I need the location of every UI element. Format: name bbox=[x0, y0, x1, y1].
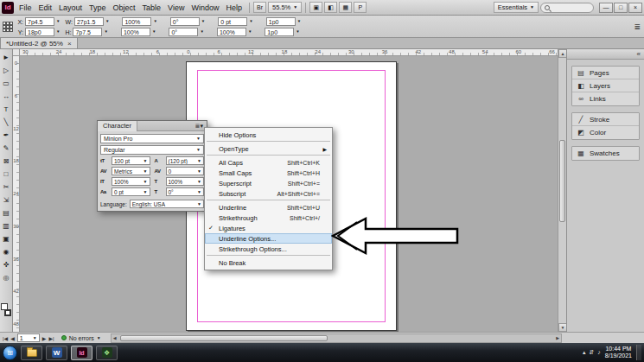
free-transform-tool[interactable]: ⇲ bbox=[1, 194, 12, 206]
control-field-value[interactable]: 27p1.5 bbox=[74, 17, 104, 26]
character-panel-tab[interactable]: Character bbox=[98, 121, 137, 131]
control-field-value[interactable]: 0 pt bbox=[218, 17, 247, 26]
control-field-value[interactable]: 7p4.5 bbox=[25, 17, 54, 26]
close-tab-icon[interactable]: × bbox=[67, 40, 72, 48]
menu[interactable]: Type bbox=[86, 2, 110, 14]
menu[interactable]: Window bbox=[188, 2, 222, 14]
start-button[interactable]: ⊞ bbox=[3, 346, 17, 360]
gap-tool[interactable]: ↔ bbox=[1, 90, 12, 103]
hidden-icons-chevron[interactable]: ▴ bbox=[583, 349, 586, 356]
horizontal-scroll-thumb[interactable] bbox=[120, 335, 328, 341]
zoom-tool[interactable]: ◎ bbox=[1, 271, 12, 284]
vertical-scrollbar[interactable]: ▲ ▼ bbox=[558, 49, 566, 332]
chevron-down-icon[interactable]: ▼ bbox=[249, 20, 252, 24]
panel-stroke[interactable]: ╱ Stroke bbox=[572, 113, 639, 126]
chevron-down-icon[interactable]: ▼ bbox=[56, 30, 60, 35]
scroll-left-icon[interactable]: ◀ bbox=[113, 335, 117, 340]
volume-icon[interactable]: ♪ bbox=[597, 349, 601, 356]
control-field-value[interactable]: 0° bbox=[169, 28, 198, 36]
pen-tool[interactable]: ✒ bbox=[1, 129, 12, 142]
previous-page-button[interactable]: ◀ bbox=[10, 335, 15, 341]
chevron-down-icon[interactable]: ▼ bbox=[248, 30, 252, 35]
panel-links[interactable]: ∞ Links bbox=[572, 92, 639, 105]
vertical-scroll-thumb[interactable] bbox=[559, 140, 565, 222]
scissors-tool[interactable]: ✂ bbox=[1, 181, 12, 194]
next-page-button[interactable]: ▶ bbox=[42, 335, 47, 341]
font-family-select[interactable]: Minion Pro ▼ bbox=[100, 134, 204, 143]
language-select[interactable]: English: USA ▼ bbox=[130, 200, 204, 208]
selection-tool[interactable]: ► bbox=[1, 51, 12, 64]
arrange-documents-icon[interactable]: ▦ bbox=[339, 2, 352, 13]
menu-item-all-caps[interactable]: All Caps Shift+Ctrl+K bbox=[205, 157, 332, 168]
character-field-value[interactable]: 0 ▼ bbox=[166, 167, 205, 175]
menu-item-underline[interactable]: Underline Shift+Ctrl+U bbox=[205, 202, 332, 213]
menu-item-subscript[interactable]: Subscript Alt+Shift+Ctrl+= bbox=[205, 188, 332, 199]
fill-stroke-swatches[interactable] bbox=[1, 303, 11, 316]
menu-item-underline-options[interactable]: Underline Options... bbox=[205, 233, 332, 244]
search-input[interactable] bbox=[540, 3, 594, 13]
hand-tool[interactable]: ✜ bbox=[1, 258, 12, 271]
menu-item-small-caps[interactable]: Small Caps Shift+Ctrl+H bbox=[205, 168, 332, 178]
taskbar-clock[interactable]: 10:44 PM 8/19/2021 bbox=[605, 346, 632, 359]
horizontal-ruler[interactable]: 3024181260612182430364248546066 bbox=[20, 49, 558, 56]
menu-item-superscript[interactable]: Superscript Shift+Ctrl+= bbox=[205, 178, 332, 188]
control-field-value[interactable]: 100% bbox=[121, 28, 150, 36]
menu[interactable]: File bbox=[16, 2, 35, 14]
expand-panels-icon[interactable]: « bbox=[637, 50, 641, 58]
menu-item-strikethrough-options[interactable]: Strikethrough Options... bbox=[205, 244, 332, 254]
panel-swatches[interactable]: ▦ Swatches bbox=[572, 147, 639, 160]
stroke-swatch[interactable] bbox=[4, 309, 11, 316]
direct-selection-tool[interactable]: ▷ bbox=[1, 64, 12, 77]
character-field-value[interactable]: (120 pt) ▼ bbox=[166, 156, 205, 165]
control-field-value[interactable]: 0° bbox=[170, 17, 200, 26]
screen-mode-icon[interactable]: ◧ bbox=[324, 2, 337, 13]
view-options-icon[interactable]: ▣ bbox=[309, 2, 322, 13]
network-icon[interactable]: ⇵ bbox=[589, 349, 594, 356]
show-desktop-button[interactable] bbox=[636, 345, 641, 360]
control-field-value[interactable]: 1p0 bbox=[266, 17, 296, 26]
panel-layers[interactable]: ◧ Layers bbox=[572, 79, 639, 92]
page-tool[interactable]: ▭ bbox=[1, 77, 12, 90]
menu-item-hide-options[interactable]: Hide Options bbox=[205, 130, 332, 140]
menu-item-strikethrough[interactable]: Strikethrough Shift+Ctrl+/ bbox=[205, 213, 332, 223]
horizontal-scrollbar[interactable]: ◀ ▶ bbox=[111, 333, 562, 343]
panel-pages[interactable]: ▤ Pages bbox=[572, 67, 639, 79]
taskbar-app-icon[interactable]: ❖ bbox=[96, 346, 118, 360]
close-button[interactable]: × bbox=[628, 3, 642, 13]
first-page-button[interactable]: |◀ bbox=[3, 335, 8, 341]
control-field-value[interactable]: 7p7.5 bbox=[73, 28, 102, 36]
bridge-icon[interactable]: Br bbox=[253, 2, 266, 13]
font-style-select[interactable]: Regular ▼ bbox=[100, 145, 204, 155]
menu[interactable]: Layout bbox=[55, 2, 86, 14]
note-tool[interactable]: ▣ bbox=[1, 232, 12, 245]
taskbar-word-icon[interactable]: W bbox=[46, 346, 67, 360]
chevron-down-icon[interactable]: ▼ bbox=[56, 20, 60, 24]
document-tab[interactable]: *Untitled-2 @ 55% × bbox=[0, 37, 78, 48]
character-field-value[interactable]: 0 pt ▼ bbox=[112, 187, 150, 196]
rectangle-tool[interactable]: □ bbox=[1, 168, 12, 181]
character-field-value[interactable]: 100% ▼ bbox=[166, 177, 205, 186]
type-tool[interactable]: T bbox=[1, 103, 12, 116]
control-panel-menu-icon[interactable]: ≣ bbox=[634, 22, 641, 31]
menu-item-ligatures[interactable]: ✓ Ligatures bbox=[205, 223, 332, 233]
chevron-down-icon[interactable]: ▼ bbox=[297, 20, 301, 24]
preflight-icon[interactable]: P bbox=[354, 2, 367, 13]
zoom-level-select[interactable]: 55.5% ▼ bbox=[268, 2, 302, 13]
workspace-switcher[interactable]: Essentials ▼ bbox=[494, 2, 539, 13]
control-field-value[interactable]: 18p0 bbox=[25, 28, 54, 36]
chevron-down-icon[interactable]: ▼ bbox=[201, 20, 205, 24]
scroll-right-icon[interactable]: ▶ bbox=[556, 335, 559, 340]
chevron-down-icon[interactable]: ▼ bbox=[105, 20, 109, 24]
character-field-value[interactable]: 100% ▼ bbox=[112, 177, 150, 186]
menu[interactable]: Edit bbox=[35, 2, 56, 14]
panel-color[interactable]: ◩ Color bbox=[572, 126, 639, 139]
control-field-value[interactable]: 1p0 bbox=[265, 28, 294, 36]
page-number-field[interactable]: 1 ▼ bbox=[17, 333, 40, 342]
rectangle-frame-tool[interactable]: ⊠ bbox=[1, 155, 12, 168]
control-field-value[interactable]: 100% bbox=[122, 17, 151, 26]
taskbar-indesign-icon[interactable]: Id bbox=[71, 346, 92, 360]
menu[interactable]: Object bbox=[110, 2, 139, 14]
menu[interactable]: Table bbox=[139, 2, 165, 14]
menu[interactable]: View bbox=[164, 2, 188, 14]
control-field-value[interactable]: 100% bbox=[217, 28, 246, 36]
